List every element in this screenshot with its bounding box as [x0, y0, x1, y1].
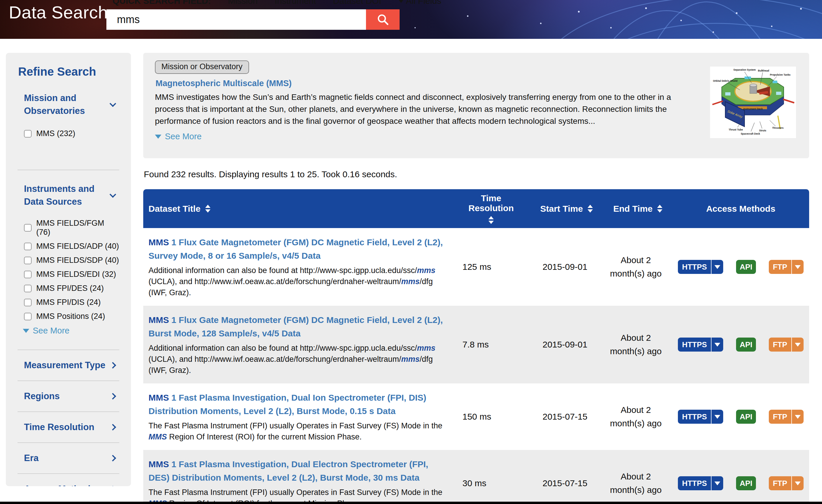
column-header-start-time[interactable]: Start Time — [526, 204, 599, 214]
dataset-title-link[interactable]: MMS 1 Fast Plasma Investigation, Dual El… — [148, 458, 450, 484]
ftp-dropdown-caret[interactable] — [791, 476, 804, 490]
facet-measurement-type: Measurement Type — [18, 350, 119, 381]
spacecraft-label: Struts — [759, 129, 767, 132]
sort-icon — [205, 205, 211, 213]
https-button[interactable]: HTTPS — [678, 260, 723, 274]
chevron-right-icon — [110, 362, 116, 369]
quick-option-mission[interactable]: Mission — [228, 0, 258, 6]
ftp-button[interactable]: FTP — [769, 260, 804, 274]
mission-card: Mission or Observatory Magnetospheric Mu… — [143, 53, 809, 158]
ftp-dropdown-caret[interactable] — [791, 410, 804, 424]
dataset-description: Additional information can also be found… — [148, 343, 450, 376]
filter-checkbox-fpi-des[interactable]: MMS FPI/DES (24) — [24, 284, 119, 293]
ftp-dropdown-caret[interactable] — [791, 338, 804, 352]
checkbox[interactable] — [24, 271, 32, 278]
dataset-title-link[interactable]: MMS 1 Fast Plasma Investigation, Dual Io… — [148, 391, 450, 418]
quick-option-all-fields[interactable]: All Fields — [398, 0, 441, 6]
column-header-time-resolution[interactable]: Time Resolution — [456, 193, 526, 224]
filter-checkbox-fpi-dis[interactable]: MMS FPI/DIS (24) — [24, 298, 119, 307]
facet-instruments-and-data-sources: Instruments and Data Sources MMS FIELDS/… — [18, 183, 119, 350]
spacecraft-label: Bulkhead — [758, 69, 769, 72]
ftp-button[interactable]: FTP — [769, 410, 804, 424]
quick-search-field-row: QUICK SEARCH FIELD: Mission Instrument D… — [112, 0, 441, 6]
https-button[interactable]: HTTPS — [678, 476, 723, 490]
column-header-end-time[interactable]: End Time — [599, 204, 672, 214]
dataset-description: The Fast Plasma Instrument (FPI) usually… — [148, 420, 450, 442]
checkbox[interactable] — [24, 257, 32, 264]
filter-checkbox-positions[interactable]: MMS Positions (24) — [24, 312, 119, 321]
caret-down-icon — [155, 135, 161, 139]
facet-header-era[interactable]: Era — [18, 443, 119, 473]
spacecraft-label: Spacecraft Deck — [741, 132, 760, 135]
spacecraft-label: Separation System — [733, 68, 756, 71]
checkbox[interactable] — [24, 224, 32, 232]
caret-down-icon — [23, 329, 29, 333]
facet-header-regions[interactable]: Regions — [18, 381, 119, 411]
spacecraft-label: Thrusters — [772, 126, 783, 129]
https-button[interactable]: HTTPS — [678, 338, 723, 352]
ftp-button[interactable]: FTP — [769, 338, 804, 352]
facet-time-resolution: Time Resolution — [18, 412, 119, 443]
api-button[interactable]: API — [736, 410, 756, 424]
mission-title-link[interactable]: Magnetospheric Multiscale (MMS) — [155, 79, 797, 88]
filter-checkbox-mms[interactable]: MMS (232) — [24, 129, 119, 138]
time-resolution-value: 125 ms — [456, 262, 526, 272]
dataset-title-link[interactable]: MMS 1 Flux Gate Magnetometer (FGM) DC Ma… — [148, 236, 450, 263]
spacecraft-label: Instrument Deck — [743, 107, 763, 110]
mission-description: MMS investigates how the Sun’s and Earth… — [155, 91, 696, 127]
refine-search-sidebar: Refine Search Mission and Observatories … — [6, 53, 131, 486]
table-row: MMS 1 Fast Plasma Investigation, Dual El… — [143, 450, 809, 504]
https-dropdown-caret[interactable] — [711, 410, 723, 424]
divider — [18, 170, 119, 170]
facet-mission-and-observatories: Mission and Observatories MMS (232) — [18, 92, 119, 170]
mission-see-more-link[interactable]: See More — [155, 132, 797, 141]
chevron-right-icon — [110, 486, 116, 486]
facet-regions: Regions — [18, 381, 119, 412]
chevron-right-icon — [110, 393, 116, 400]
facet-header-time-resolution[interactable]: Time Resolution — [18, 412, 119, 442]
table-row: MMS 1 Flux Gate Magnetometer (FGM) DC Ma… — [143, 228, 809, 306]
filter-checkbox-fields-adp[interactable]: MMS FIELDS/ADP (40) — [24, 242, 119, 251]
end-time-value: About 2 month(s) ago — [599, 470, 672, 497]
https-dropdown-caret[interactable] — [711, 476, 723, 490]
api-button[interactable]: API — [736, 338, 756, 352]
https-dropdown-caret[interactable] — [711, 260, 723, 274]
search-button[interactable] — [366, 9, 400, 30]
api-button[interactable]: API — [736, 476, 756, 490]
end-time-value: About 2 month(s) ago — [599, 403, 672, 430]
checkbox[interactable] — [24, 313, 32, 320]
facet-header-mission[interactable]: Mission and Observatories — [18, 92, 119, 117]
facet-header-access-method[interactable]: Access Method — [18, 474, 119, 486]
quick-option-instrument[interactable]: Instrument — [275, 0, 316, 6]
filter-checkbox-fields-edi[interactable]: MMS FIELDS/EDI (32) — [24, 270, 119, 279]
sort-icon — [488, 216, 494, 224]
results-summary: Found 232 results. Displaying results 1 … — [144, 169, 809, 179]
https-dropdown-caret[interactable] — [711, 338, 723, 352]
end-time-value: About 2 month(s) ago — [599, 253, 672, 280]
table-row: MMS 1 Flux Gate Magnetometer (FGM) DC Ma… — [143, 306, 809, 383]
spacecraft-label: Propulsion Tanks — [770, 73, 791, 76]
facet-header-instruments[interactable]: Instruments and Data Sources — [18, 183, 119, 208]
filter-checkbox-fields-fgm[interactable]: MMS FIELDS/FGM (76) — [24, 219, 119, 237]
search-input[interactable] — [106, 9, 366, 30]
sidebar-see-more-link[interactable]: See More — [23, 326, 119, 336]
page-title: Data Search — [9, 2, 108, 22]
https-button[interactable]: HTTPS — [678, 410, 723, 424]
column-header-dataset-title[interactable]: Dataset Title — [143, 204, 456, 214]
ftp-dropdown-caret[interactable] — [791, 260, 804, 274]
checkbox[interactable] — [24, 285, 32, 292]
top-banner: Data Search QUICK SEARCH FIELD: Mission … — [0, 0, 822, 39]
spacecraft-label: Orbital Debris Shield — [713, 79, 738, 82]
filter-checkbox-fields-sdp[interactable]: MMS FIELDS/SDP (40) — [24, 256, 119, 265]
quick-option-dataset-doi[interactable]: Dataset DOI — [333, 0, 381, 6]
checkbox[interactable] — [24, 299, 32, 306]
api-button[interactable]: API — [736, 260, 756, 274]
end-time-value: About 2 month(s) ago — [599, 331, 672, 358]
facet-header-measurement-type[interactable]: Measurement Type — [18, 350, 119, 380]
checkbox[interactable] — [24, 130, 32, 138]
ftp-button[interactable]: FTP — [769, 476, 804, 490]
dataset-title-link[interactable]: MMS 1 Flux Gate Magnetometer (FGM) DC Ma… — [148, 313, 450, 340]
start-time-value: 2015-07-15 — [526, 478, 599, 488]
checkbox[interactable] — [24, 243, 32, 250]
table-row: MMS 1 Fast Plasma Investigation, Dual Io… — [143, 383, 809, 450]
